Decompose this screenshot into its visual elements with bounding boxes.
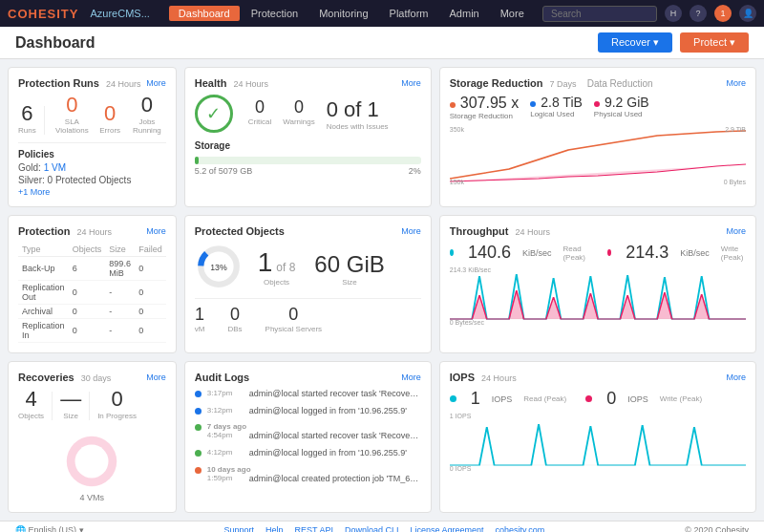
notification-icon[interactable]: 1 xyxy=(714,5,732,22)
iops-more[interactable]: More xyxy=(726,372,746,382)
footer-support[interactable]: Support xyxy=(224,525,255,532)
row-failed: 0 xyxy=(135,305,166,319)
audit-log-item: 7 days ago 4:54pm admin@local started re… xyxy=(195,422,421,442)
recoveries-more[interactable]: More xyxy=(146,372,166,382)
footer-lang[interactable]: 🌐 English (US) ▾ xyxy=(15,525,84,532)
user-icon[interactable]: 👤 xyxy=(739,5,756,22)
audit-logs-more[interactable]: More xyxy=(401,372,421,382)
warnings-value: 0 xyxy=(283,97,315,117)
recoveries-card: Recoveries 30 days More 4 Objects — Size… xyxy=(8,361,177,513)
storage-reduction-more[interactable]: More xyxy=(726,78,746,88)
recover-button[interactable]: Recover ▾ xyxy=(598,32,672,53)
rec-progress-val: 0 xyxy=(97,389,137,410)
sr-y-bottom: 150k xyxy=(450,179,464,185)
page-title: Dashboard xyxy=(15,34,96,52)
audit-log-item: 10 days ago 1:59pm admin@local created p… xyxy=(195,465,421,485)
health-more[interactable]: More xyxy=(401,78,421,88)
iops-write-dot xyxy=(585,395,592,402)
divider xyxy=(44,106,45,135)
audit-text: admin@local created protection job 'TM_6… xyxy=(249,474,421,485)
footer-license[interactable]: License Agreement xyxy=(410,525,483,532)
iops-card: IOPS 24 Hours More 1 IOPS Read (Peak) 0 … xyxy=(439,361,756,513)
audit-item-content: 4:12pm admin@local logged in from '10.96… xyxy=(207,448,407,459)
nav-platform[interactable]: Platform xyxy=(380,6,438,21)
audit-logs-header: Audit Logs More xyxy=(195,372,421,383)
audit-time: 3:17pm xyxy=(207,389,245,400)
iops-y-bottom: 0 IOPS xyxy=(450,465,472,472)
po-size-label: Size xyxy=(314,278,384,287)
protected-objects-more[interactable]: More xyxy=(401,226,421,236)
more-policies-link[interactable]: +1 More xyxy=(18,187,166,197)
warnings-label: Warnings xyxy=(283,117,315,126)
protection-runs-card: Protection Runs 24 Hours More 6 Runs 0 S… xyxy=(8,67,177,207)
tp-y-bottom: 0 Bytes/sec xyxy=(450,319,484,326)
health-header: Health 24 Hours More xyxy=(195,77,421,89)
po-items-row: 1 vM 0 DBs 0 Physical Servers xyxy=(195,298,421,333)
search-input[interactable] xyxy=(542,6,657,22)
nodes-value: 0 of 1 xyxy=(327,97,389,122)
po-vm-num: 1 xyxy=(195,305,205,325)
policies-title: Policies xyxy=(18,149,166,160)
throughput-subtitle: 24 Hours xyxy=(516,227,551,237)
nav-dashboard[interactable]: Dashboard xyxy=(169,6,240,21)
iops-chart xyxy=(450,413,746,470)
sla-label: SLA Violations xyxy=(53,117,93,135)
navbar: COHESITY AzureCMS... Dashboard Protectio… xyxy=(0,0,764,27)
audit-line: 3:12pm admin@local logged in from '10.96… xyxy=(207,406,407,417)
nav-monitoring[interactable]: Monitoring xyxy=(309,6,377,21)
protection-title: Protection xyxy=(18,225,70,237)
recoveries-chart-area: 4 VMs xyxy=(18,428,166,502)
dashboard-grid: Protection Runs 24 Hours More 6 Runs 0 S… xyxy=(0,59,764,521)
audit-time: 4:54pm xyxy=(207,431,245,442)
audit-logs-card: Audit Logs More 3:17pm admin@local start… xyxy=(184,361,432,513)
protect-button[interactable]: Protect ▾ xyxy=(680,32,749,53)
nav-admin[interactable]: Admin xyxy=(440,6,489,21)
physical-stat: 9.2 GiB Physical Used xyxy=(594,95,649,120)
protected-objects-card: Protected Objects More 13% 1 of 8 Object… xyxy=(184,215,432,353)
nav-protection[interactable]: Protection xyxy=(242,6,308,21)
audit-dot xyxy=(195,467,202,474)
protection-table-header: Type Objects Size Failed xyxy=(18,243,166,257)
health-main: ✓ 0 Critical 0 Warnings 0 of 1 Nodes wit… xyxy=(195,95,421,133)
recoveries-title: Recoveries xyxy=(18,372,74,383)
footer-rest-api[interactable]: REST API xyxy=(295,525,333,532)
help-icon[interactable]: H xyxy=(665,5,682,22)
question-icon[interactable]: ? xyxy=(690,5,707,22)
critical-stat: 0 Critical xyxy=(248,97,271,131)
audit-line: 4:12pm admin@local logged in from '10.96… xyxy=(207,448,407,459)
iops-chart-container: 1 IOPS 0 IOPS xyxy=(450,413,746,472)
protection-card: Protection 24 Hours More Type Objects Si… xyxy=(8,215,177,353)
errors-stat: 0 Errors xyxy=(99,103,120,135)
data-reduction-tab[interactable]: Data Reduction xyxy=(587,78,653,89)
protection-runs-more[interactable]: More xyxy=(146,78,166,88)
protection-more[interactable]: More xyxy=(146,226,166,236)
footer-help[interactable]: Help xyxy=(265,525,284,532)
audit-dot xyxy=(195,391,202,397)
storage-title: Storage xyxy=(195,140,421,151)
tp-y-label: 214.3 KiB/sec xyxy=(450,266,491,273)
sr-label: Storage Reduction xyxy=(450,112,519,120)
row-objects: 6 xyxy=(69,257,106,281)
footer-download-cli[interactable]: Download CLI xyxy=(345,525,399,532)
po-ps: 0 Physical Servers xyxy=(265,305,323,333)
throughput-write-peak: Write (Peak) xyxy=(721,245,746,262)
audit-text: admin@local logged in from '10.96.255.9' xyxy=(249,406,407,417)
storage-chart-container: 350k 150k 2.9 TiB 0 Bytes xyxy=(450,126,746,185)
rec-objects-label: Objects xyxy=(18,412,44,420)
row-objects: 0 xyxy=(69,281,106,305)
logical-stat: 2.8 TiB Logical Used xyxy=(530,95,583,120)
throughput-card: Throughput 24 Hours More 140.6 KiB/sec R… xyxy=(439,215,756,353)
po-vm: 1 vM xyxy=(195,305,205,333)
row-size: - xyxy=(105,319,135,343)
jobs-label: Jobs Running xyxy=(128,117,166,135)
audit-age: 10 days ago xyxy=(207,465,421,474)
runs-stat: 6 Runs xyxy=(18,103,36,135)
throughput-more[interactable]: More xyxy=(726,226,746,236)
footer-cohesity[interactable]: cohesity.com xyxy=(496,525,545,532)
nav-more[interactable]: More xyxy=(491,6,534,21)
recoveries-title-group: Recoveries 30 days xyxy=(18,372,111,383)
throughput-chart xyxy=(450,266,746,324)
iops-read-dot xyxy=(450,395,456,402)
audit-log-item: 4:12pm admin@local logged in from '10.96… xyxy=(195,448,421,459)
recoveries-donut-container: 4 VMs xyxy=(58,428,125,502)
